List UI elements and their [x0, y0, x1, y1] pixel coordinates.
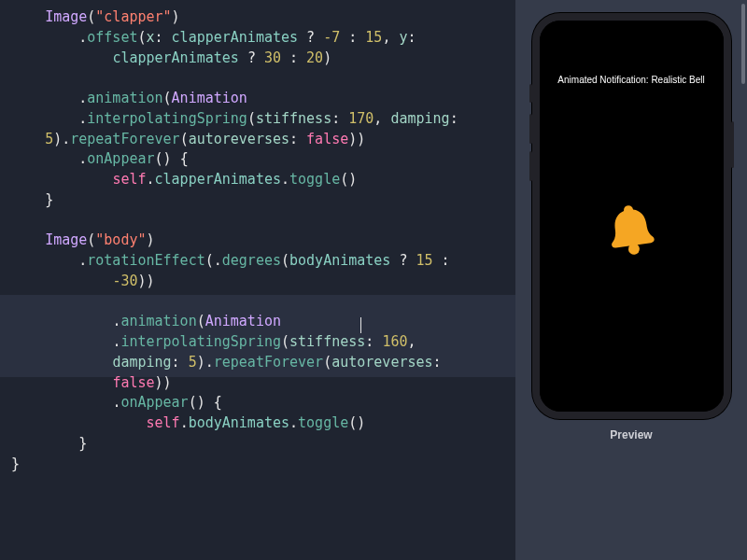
device-volume-up — [529, 114, 532, 144]
method-rotation-effect: rotationEffect — [87, 252, 204, 269]
method-on-appear: onAppear — [87, 150, 154, 167]
app-root: Image("clapper") .offset(x: clapperAnima… — [0, 0, 747, 560]
preview-label: Preview — [610, 428, 652, 441]
preview-scrollbar[interactable] — [741, 4, 745, 84]
method-interpolating-spring: interpolatingSpring — [87, 110, 247, 127]
bell-icon — [605, 202, 657, 258]
screen-title: Animated Notification: Realistic Bell — [540, 75, 724, 85]
method-repeat-forever: repeatForever — [70, 131, 179, 147]
device-screen: Animated Notification: Realistic Bell — [540, 21, 724, 412]
string-literal: "clapper" — [95, 8, 171, 25]
method-offset: offset — [87, 29, 137, 46]
text-cursor — [360, 317, 361, 333]
device-power-button — [731, 121, 734, 168]
code-block[interactable]: Image("clapper") .offset(x: clapperAnima… — [0, 7, 515, 474]
preview-panel: Animated Notification: Realistic Bell Pr… — [515, 0, 747, 560]
code-editor[interactable]: Image("clapper") .offset(x: clapperAnima… — [0, 0, 515, 560]
method-animation: animation — [87, 90, 162, 106]
device-frame[interactable]: Animated Notification: Realistic Bell — [532, 13, 731, 419]
device-volume-down — [529, 151, 532, 181]
type-ref: Image — [45, 8, 87, 25]
device-mute-switch — [529, 84, 532, 103]
